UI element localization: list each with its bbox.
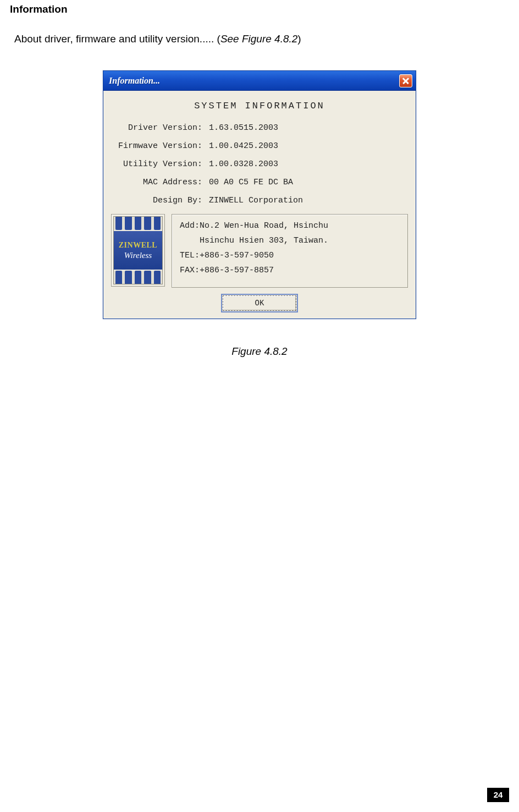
label-utility-version: Utility Version: [111,160,209,169]
information-dialog: Information... SYSTEM INFORMATION Driver… [103,70,416,319]
address-tel: TEL:+886-3-597-9050 [180,251,400,260]
row-utility-version: Utility Version: 1.00.0328.2003 [111,160,408,169]
intro-suffix: ) [297,33,301,45]
section-heading: Information [10,3,509,15]
ok-button[interactable]: OK [223,295,296,311]
address-box: Add:No.2 Wen-Hua Road, Hsinchu Hsinchu H… [172,214,408,288]
value-firmware-version: 1.00.0425.2003 [209,141,278,151]
label-mac-address: MAC Address: [111,178,209,187]
row-design-by: Design By: ZINWELL Corporation [111,196,408,205]
address-line1: Add:No.2 Wen-Hua Road, Hsinchu [180,221,400,231]
logo-brand-text: ZINWELL [119,241,157,250]
label-firmware-version: Firmwave Version: [111,141,209,151]
address-line2: Hsinchu Hsien 303, Taiwan. [200,236,400,245]
figure-caption: Figure 4.8.2 [10,345,509,358]
logo-tagline-text: Wireless [124,251,152,260]
row-driver-version: Driver Version: 1.63.0515.2003 [111,123,408,133]
page-number: 24 [487,788,509,802]
system-information-title: SYSTEM INFORMATION [111,101,408,111]
value-utility-version: 1.00.0328.2003 [209,160,278,169]
address-fax: FAX:+886-3-597-8857 [180,266,400,275]
close-button[interactable] [399,74,412,87]
value-driver-version: 1.63.0515.2003 [209,123,278,133]
label-driver-version: Driver Version: [111,123,209,133]
value-mac-address: 00 A0 C5 FE DC BA [209,178,293,187]
dialog-title: Information... [109,76,160,86]
intro-text: About driver, firmware and utility versi… [14,33,509,45]
dialog-titlebar: Information... [103,71,416,91]
intro-prefix: About driver, firmware and utility versi… [14,33,220,45]
row-mac-address: MAC Address: 00 A0 C5 FE DC BA [111,178,408,187]
company-logo: ZINWELL Wireless [111,214,165,287]
intro-figure-ref: See Figure 4.8.2 [220,33,297,45]
row-firmware-version: Firmwave Version: 1.00.0425.2003 [111,141,408,151]
label-design-by: Design By: [111,196,209,205]
value-design-by: ZINWELL Corporation [209,196,303,205]
